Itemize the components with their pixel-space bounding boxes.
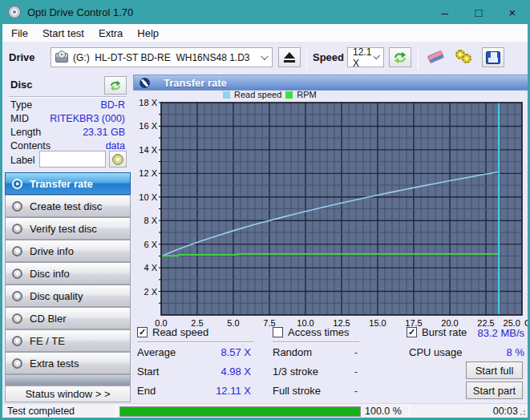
menu-item-start-test[interactable]: Start test [35, 24, 91, 42]
disc-icon [12, 336, 22, 346]
menu-item-file[interactable]: File [4, 24, 35, 42]
disc-type-value: BD-R [100, 99, 125, 111]
stat-row-full-stroke: Full stroke - [273, 385, 358, 397]
sidebar-item-verify-test-disc[interactable]: Verify test disc [5, 217, 131, 240]
erase-disc-button[interactable] [423, 45, 447, 69]
sidebar-item-cd-bler[interactable]: CD Bler [5, 307, 131, 329]
disc-row-contents: Contents data [10, 140, 125, 151]
chart-title: Transfer rate [164, 77, 227, 89]
refresh-icon [109, 80, 122, 91]
sidebar-item-label: Transfer rate [30, 178, 93, 190]
refresh-button[interactable] [389, 47, 411, 67]
menu-item-help[interactable]: Help [130, 24, 166, 42]
burst-rate-checkbox[interactable]: ✓ [407, 327, 417, 337]
toolbar-separator [306, 46, 307, 69]
sidebar-item-label: Drive info [30, 245, 74, 257]
disc-row-mid: MID RITEKBR3 (000) [10, 113, 125, 124]
disc-mid-label: MID [10, 113, 29, 124]
chart-plot: 2 X4 X6 X8 X10 X12 X14 X16 X18 X0.02.55.… [133, 101, 530, 326]
start-part-button[interactable]: Start part [466, 382, 523, 399]
disc-length-value: 23.31 GB [83, 127, 125, 138]
disc-label-label: Label [10, 155, 35, 166]
start-label: Start [137, 365, 159, 378]
maximize-button[interactable]: □ [463, 0, 494, 24]
read-speed-checkbox-label: Read speed [152, 326, 208, 338]
app-window: Opti Drive Control 1.70 – □ × File Start… [0, 0, 530, 420]
speed-select-value: 12.1 X [353, 46, 374, 69]
svg-text:15.0: 15.0 [369, 318, 386, 328]
cpu-usage-label: CPU usage [409, 346, 462, 358]
statusbar-separator [409, 405, 410, 417]
minimize-button[interactable]: – [430, 0, 460, 24]
read-speed-toggle[interactable]: ✓ Read speed [137, 326, 208, 338]
random-label: Random [273, 346, 312, 358]
status-window-button[interactable]: Status window > > [5, 386, 131, 402]
window-title: Opti Drive Control 1.70 [27, 6, 133, 18]
eject-button[interactable] [278, 47, 301, 67]
disc-contents-value: data [106, 140, 125, 151]
sidebar-item-extra-tests[interactable]: Extra tests [5, 352, 131, 374]
svg-text:16 X: 16 X [139, 121, 157, 131]
disc-icon [12, 224, 22, 234]
status-bar: Test completed 100.0 % 00:03 [2, 403, 528, 418]
progress-percent: 100.0 % [365, 406, 402, 417]
disc-icon [12, 358, 22, 369]
speed-select[interactable]: 12.1 X [347, 47, 384, 67]
sidebar-item-create-test-disc[interactable]: Create test disc [5, 195, 131, 217]
one-third-stroke-label: 1/3 stroke [273, 365, 318, 378]
svg-text:2 X: 2 X [144, 287, 157, 297]
transfer-rate-chart: 2 X4 X6 X8 X10 X12 X14 X16 X18 X0.02.55.… [133, 101, 530, 326]
resize-grip[interactable] [518, 408, 526, 416]
speed-label: Speed [313, 51, 344, 63]
refresh-icon [393, 51, 407, 64]
settings-button[interactable] [452, 45, 476, 69]
save-button[interactable] [482, 47, 504, 67]
sidebar-item-transfer-rate[interactable]: Transfer rate [5, 172, 131, 195]
disc-icon [12, 291, 22, 301]
burst-rate-value: 83.2 MB/s [451, 327, 524, 339]
random-value: - [354, 346, 358, 358]
sidebar-filler [5, 374, 131, 386]
menu-item-extra[interactable]: Extra [91, 24, 130, 42]
sidebar-item-disc-info[interactable]: Disc info [5, 262, 131, 285]
end-value: 12.11 X [216, 385, 251, 397]
disc-label-button[interactable] [109, 151, 127, 168]
sidebar-item-label: Extra tests [30, 357, 79, 370]
start-full-button[interactable]: Start full [466, 361, 523, 379]
disc-row-length: Length 23.31 GB [10, 127, 125, 138]
svg-text:6 X: 6 X [144, 240, 157, 249]
status-text: Test completed [7, 406, 75, 417]
disc-icon [12, 201, 22, 212]
access-times-toggle[interactable]: Access times [273, 326, 350, 338]
sidebar-item-label: Create test disc [30, 200, 102, 212]
sidebar-item-label: CD Bler [30, 313, 67, 325]
drive-select[interactable]: (G:) HL-DT-ST BD-RE WH16NS48 1.D3 [51, 47, 273, 67]
access-times-checkbox[interactable] [273, 327, 283, 337]
svg-text:10 X: 10 X [139, 192, 157, 202]
sidebar-item-drive-info[interactable]: Drive info [5, 240, 131, 262]
transfer-rate-icon [140, 78, 150, 88]
disc-refresh-button[interactable] [104, 76, 127, 95]
svg-text:GB: GB [524, 318, 530, 328]
read-speed-checkbox[interactable]: ✓ [137, 327, 148, 337]
toolbar: Drive (G:) HL-DT-ST BD-RE WH16NS48 1.D3 … [2, 42, 528, 75]
disc-label-input[interactable] [39, 151, 106, 168]
chart-header: Transfer rate [133, 75, 530, 91]
average-value: 8.57 X [220, 346, 251, 358]
svg-text:12 X: 12 X [139, 168, 157, 178]
sidebar-item-fe-te[interactable]: FE / TE [5, 329, 131, 352]
progress-bar [119, 406, 361, 417]
disc-icon [12, 313, 22, 324]
close-button[interactable]: × [497, 0, 528, 24]
stat-row-end: End 12.11 X [137, 385, 251, 397]
stat-row-start: Start 4.98 X [137, 365, 251, 378]
start-value: 4.98 X [220, 365, 251, 378]
stat-row-one-third-stroke: 1/3 stroke - [273, 365, 358, 378]
disc-icon [12, 269, 22, 279]
legend-swatch-read-speed [223, 91, 230, 99]
sidebar-item-disc-quality[interactable]: Disc quality [5, 285, 131, 307]
stat-divider [137, 341, 253, 342]
gears-icon [455, 50, 473, 64]
app-disc-icon [8, 6, 21, 18]
svg-text:5.0: 5.0 [227, 318, 239, 328]
